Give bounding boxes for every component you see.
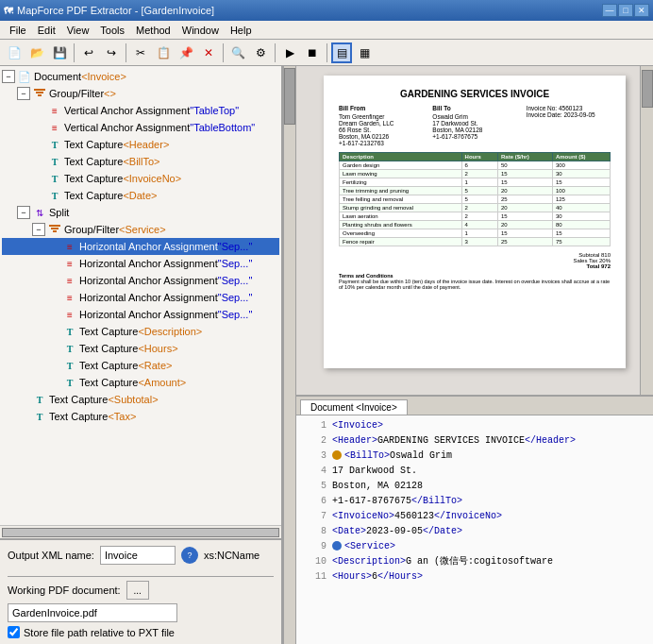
xml-line-number: 8 <box>300 526 326 536</box>
xml-content[interactable]: 1<Invoice>2 <Header>GARDENING SERVICES I… <box>296 415 653 644</box>
tree-item-tag: <> <box>104 88 116 99</box>
left-vscroll-thumb[interactable] <box>284 68 295 125</box>
tree-item-gf2[interactable]: −Group/Filter <Service> <box>2 221 279 238</box>
view1-button[interactable]: ▤ <box>331 42 352 63</box>
tree-item-tc8[interactable]: TText Capture <Amount> <box>2 374 279 391</box>
table-cell: 5 <box>461 187 497 195</box>
save-button[interactable]: 💾 <box>49 42 70 63</box>
tree-item-haa5[interactable]: ≡Horizontal Anchor Assignment "Sep..." <box>2 306 279 323</box>
tree-item-tc9[interactable]: TText Capture <Subtotal> <box>2 391 279 408</box>
tree-item-haa3[interactable]: ≡Horizontal Anchor Assignment "Sep..." <box>2 272 279 289</box>
table-cell: 1 <box>461 178 497 187</box>
undo-button[interactable]: ↩ <box>78 42 99 63</box>
xml-line: 7 <InvoiceNo>4560123</InvoiceNo> <box>296 508 653 523</box>
tree-item-tag: <Description> <box>138 326 202 337</box>
tree-item-split[interactable]: −⇅Split <box>2 204 279 221</box>
tree-item-tc2[interactable]: TText Capture <BillTo> <box>2 153 279 170</box>
xml-panel: Document <Invoice> 1<Invoice>2 <Header>G… <box>296 397 653 644</box>
document-tree[interactable]: −📄Document <Invoice>−Group/Filter <>≡Ver… <box>0 66 281 525</box>
tree-expander[interactable]: − <box>17 87 30 100</box>
menu-edit[interactable]: Edit <box>32 23 61 38</box>
view2-button[interactable]: ▦ <box>354 42 375 63</box>
new-button[interactable]: 📄 <box>4 42 25 63</box>
tree-item-gf1[interactable]: −Group/Filter <> <box>2 85 279 102</box>
menu-window[interactable]: Window <box>176 23 225 38</box>
output-xml-help[interactable]: ? <box>181 547 198 564</box>
tree-item-tc4[interactable]: TText Capture <Date> <box>2 187 279 204</box>
tree-item-tc6[interactable]: TText Capture <Hours> <box>2 340 279 357</box>
stop-button[interactable]: ⏹ <box>302 42 323 63</box>
delete-button[interactable]: ✕ <box>198 42 219 63</box>
table-cell: 15 <box>498 229 553 238</box>
svg-rect-1 <box>36 92 43 93</box>
tree-item-label: Vertical Anchor Assignment <box>64 122 190 133</box>
left-vscroll[interactable] <box>283 66 296 644</box>
browse-pdf-button[interactable]: ... <box>126 581 149 600</box>
tree-expander[interactable]: − <box>32 223 45 236</box>
tree-item-icon: 📄 <box>17 69 32 84</box>
table-cell: 75 <box>552 238 610 246</box>
menu-file[interactable]: File <box>4 23 32 38</box>
table-cell: 20 <box>498 221 553 229</box>
toolbar-sep4 <box>275 43 276 62</box>
find-button[interactable]: 🔍 <box>227 42 248 63</box>
toolbar-sep5 <box>326 43 327 62</box>
tree-item-haa4[interactable]: ≡Horizontal Anchor Assignment "Sep..." <box>2 289 279 306</box>
tree-item-tag: <Header> <box>123 139 169 150</box>
tree-item-tag: <InvoiceNo> <box>123 173 181 184</box>
output-xml-input[interactable] <box>100 546 176 565</box>
tree-item-tc10[interactable]: TText Capture <Tax> <box>2 408 279 425</box>
xml-line-content: +1-617-8767675</BillTo> <box>332 496 462 506</box>
tree-item-tc7[interactable]: TText Capture <Rate> <box>2 357 279 374</box>
cut-button[interactable]: ✂ <box>130 42 151 63</box>
tree-hscroll[interactable] <box>0 525 281 538</box>
maximize-button[interactable]: □ <box>618 4 633 17</box>
table-cell: 15 <box>552 178 610 187</box>
hscroll-thumb[interactable] <box>2 528 279 537</box>
table-header: Rate ($/hr) <box>498 153 553 161</box>
minimize-button[interactable]: — <box>602 4 617 17</box>
redo-button[interactable]: ↪ <box>101 42 122 63</box>
tree-item-doc[interactable]: −📄Document <Invoice> <box>2 68 279 85</box>
tree-expander[interactable]: − <box>17 206 30 219</box>
open-button[interactable]: 📂 <box>26 42 47 63</box>
table-cell: Overseeding <box>340 229 462 238</box>
tree-item-tc5[interactable]: TText Capture <Description> <box>2 323 279 340</box>
run-button[interactable]: ▶ <box>279 42 300 63</box>
tree-item-tag: <BillTo> <box>123 156 159 167</box>
pdf-doc-label: Working PDF document: <box>8 585 121 596</box>
table-row: Tree trimming and pruning520100 <box>340 187 611 195</box>
tree-item-tag: <Subtotal> <box>108 394 158 405</box>
paste-button[interactable]: 📌 <box>176 42 196 63</box>
pdf-vscroll-thumb[interactable] <box>642 70 653 108</box>
pdf-file-input[interactable] <box>8 603 177 622</box>
menu-help[interactable]: Help <box>225 23 258 38</box>
tree-item-vaa1[interactable]: ≡Vertical Anchor Assignment "TableTop" <box>2 102 279 119</box>
left-panel: −📄Document <Invoice>−Group/Filter <>≡Ver… <box>0 66 283 644</box>
tree-item-tc1[interactable]: TText Capture <Header> <box>2 136 279 153</box>
menu-view[interactable]: View <box>61 23 95 38</box>
options-button[interactable]: ⚙ <box>250 42 271 63</box>
total-label: Total <box>586 263 599 269</box>
tree-item-haa2[interactable]: ≡Horizontal Anchor Assignment "Sep..." <box>2 255 279 272</box>
bill-to-col: Bill To Oswald Grim 17 Darkwood St. Bost… <box>432 105 516 146</box>
pdf-vscroll[interactable] <box>640 66 653 395</box>
xml-line-number: 5 <box>300 481 326 491</box>
tree-item-label: Horizontal Anchor Assignment <box>79 241 218 252</box>
bill-from-name: Tom Greenfinger <box>339 113 423 120</box>
tree-item-tc3[interactable]: TText Capture <InvoiceNo> <box>2 170 279 187</box>
menu-tools[interactable]: Tools <box>94 23 130 38</box>
tree-item-label: Horizontal Anchor Assignment <box>79 258 218 269</box>
tree-expander[interactable]: − <box>2 70 15 83</box>
xml-line-content: <BillTo>Oswald Grim <box>344 450 452 461</box>
tree-item-tag: "Sep..." <box>218 258 253 269</box>
table-row: Stump grinding and removal22040 <box>340 204 611 212</box>
store-path-checkbox[interactable] <box>8 626 20 638</box>
tree-item-vaa2[interactable]: ≡Vertical Anchor Assignment "TableBottom… <box>2 119 279 136</box>
xml-tab-document[interactable]: Document <Invoice> <box>300 399 408 415</box>
copy-button[interactable]: 📋 <box>153 42 174 63</box>
tree-item-haa1[interactable]: ≡Horizontal Anchor Assignment "Sep..." <box>2 238 279 255</box>
close-button[interactable]: ✕ <box>634 4 649 17</box>
tree-item-label: Text Capture <box>79 326 138 337</box>
menu-method[interactable]: Method <box>130 23 176 38</box>
